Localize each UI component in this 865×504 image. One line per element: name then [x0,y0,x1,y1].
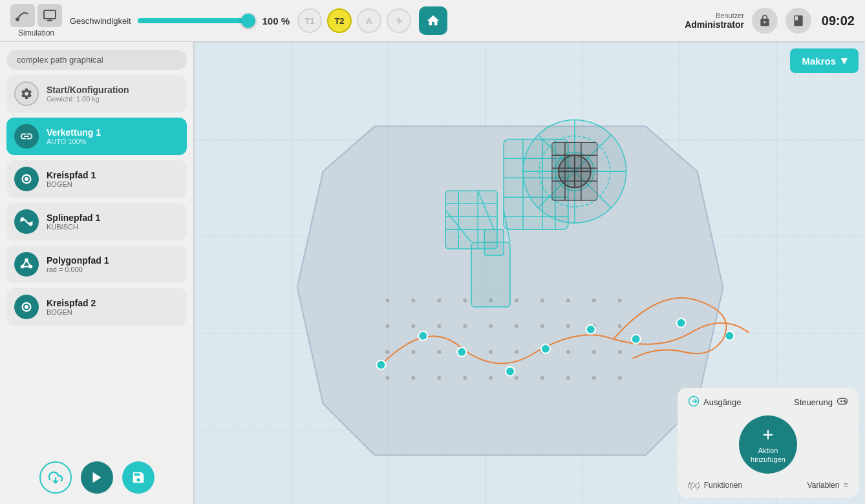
polygonpfad1-title: Polygonpfad 1 [47,255,109,266]
kreispfad2-sub: BOGEN [47,308,96,316]
funktionen-label: Funktionen [704,481,742,490]
sidebar: Start/Konfiguration Gewicht: 1.00 kg Ver… [0,42,194,504]
output-icon [688,395,699,409]
tab-bolt[interactable] [387,8,411,33]
speed-group: Geschwindigkeit 100 % [70,14,290,27]
makros-label: Makros [802,56,836,67]
svg-line-11 [23,260,27,267]
viewport: Makros ▾ Ausgänge Steuerung [194,42,865,504]
var-icon: ≡ [843,480,848,490]
tab-a[interactable]: A [357,8,381,33]
time-display: 09:02 [819,14,855,28]
circle-path-icon [14,167,39,191]
tab-t1[interactable]: T1 [297,8,322,33]
speed-label: Geschwindigkeit [70,16,131,26]
sim-icon-arm [10,4,35,27]
start-config-sub: Gewicht: 1.00 kg [47,95,129,103]
sidebar-item-kreispfad1[interactable]: Kreispfad 1 BOGEN [6,160,187,198]
sidebar-item-verkettung1[interactable]: Verkettung 1 AUTO 100% [6,118,187,155]
variablen-label: Variablen [807,481,840,490]
sim-icon-screen [37,4,62,27]
export-button[interactable] [39,461,72,494]
add-action-label: Aktion hinzufügen [751,446,785,465]
lock-button[interactable] [752,8,778,34]
home-button[interactable] [419,6,447,35]
svg-point-7 [30,223,32,226]
tab-buttons: T1 T2 A [297,8,411,33]
start-config-title: Start/Konfiguration [47,85,129,95]
simulation-group: Simulation [10,4,62,37]
speed-thumb [241,14,255,28]
search-input[interactable] [6,50,187,70]
gear-icon [14,81,39,106]
polygon-icon [14,252,39,277]
svg-point-6 [21,218,24,221]
chevron-down-icon: ▾ [841,54,847,68]
spline-icon [14,209,39,234]
svg-point-15 [25,306,28,308]
circle-path2-icon [14,295,39,319]
panel-bottom-row: f(x) Funktionen Variablen ≡ [688,480,848,490]
funktionen-section[interactable]: f(x) Funktionen [688,480,742,490]
user-info: Benutzer Administrator [685,12,744,30]
splinepfad1-title: Splinepfad 1 [47,213,100,223]
speed-slider[interactable] [138,14,256,27]
svg-point-5 [25,178,28,180]
svg-marker-17 [92,472,101,483]
verkettung1-sub: AUTO 100% [47,138,101,145]
user-label: Benutzer [716,12,744,19]
kreispfad1-title: Kreispfad 1 [47,170,96,180]
sidebar-item-splinepfad1[interactable]: Splinepfad 1 KUBISCH [6,203,187,240]
variablen-section[interactable]: Variablen ≡ [807,480,848,490]
chain-icon [14,124,39,149]
splinepfad1-sub: KUBISCH [47,223,100,231]
bottom-right-panel: Ausgänge Steuerung + Aktion [678,388,859,498]
steuerung-label: Steuerung [794,395,848,409]
svg-point-0 [16,18,19,21]
save-button[interactable] [122,461,155,494]
user-name: Administrator [685,19,744,30]
ausgaenge-label: Ausgänge [688,395,742,409]
sidebar-item-start[interactable]: Start/Konfiguration Gewicht: 1.00 kg [6,75,187,112]
add-action-button[interactable]: + Aktion hinzufügen [739,415,797,474]
main-area: Start/Konfiguration Gewicht: 1.00 kg Ver… [0,42,865,504]
play-button[interactable] [81,461,113,494]
kreispfad2-title: Kreispfad 2 [47,298,96,308]
kreispfad1-sub: BOGEN [47,180,96,188]
svg-rect-1 [44,10,56,19]
svg-point-111 [845,401,846,403]
panel-top-row: Ausgänge Steuerung [688,395,848,409]
topbar: Simulation Geschwindigkeit 100 % T1 T2 A… [0,0,865,42]
sidebar-item-kreispfad2[interactable]: Kreispfad 2 BOGEN [6,288,187,326]
sidebar-item-polygonpfad1[interactable]: Polygonpfad 1 rad = 0.000 [6,246,187,283]
book-button[interactable] [785,8,811,34]
speed-value: 100 % [262,16,290,26]
sidebar-bottom [6,461,187,496]
verkettung1-title: Verkettung 1 [47,127,101,138]
speed-track [138,18,256,23]
simulation-label: Simulation [18,28,54,37]
func-icon: f(x) [688,480,700,490]
sim-icons [10,4,62,27]
polygonpfad1-sub: rad = 0.000 [47,266,109,273]
svg-line-13 [27,260,30,267]
gamepad-icon [837,395,848,409]
plus-icon: + [762,425,774,445]
topbar-right: Benutzer Administrator 09:02 [685,8,855,34]
makros-button[interactable]: Makros ▾ [790,48,859,73]
tab-t2[interactable]: T2 [327,8,352,33]
